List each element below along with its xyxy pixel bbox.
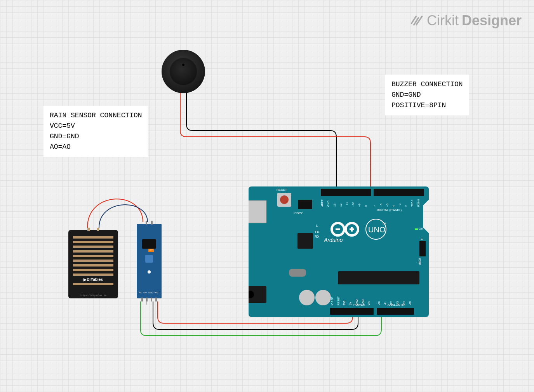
svg-point-12	[315, 290, 331, 305]
wire-buzzer-gnd	[186, 92, 336, 190]
rain-module-top-pins	[144, 221, 155, 225]
svg-rect-10	[377, 308, 414, 315]
note-rain-line-0: VCC=5V	[50, 122, 75, 130]
arduino-power-pin-labels: IOREF RESET 3V3 5V GND GND Vin	[331, 294, 374, 305]
rain-sensor-plate[interactable]: ▶DIYables https://diyables.io	[68, 230, 118, 298]
rain-module-chip-icon	[142, 239, 156, 249]
note-rain-line-2: AO=AO	[50, 143, 71, 151]
svg-point-11	[299, 290, 315, 305]
rain-module-bottom-pins	[140, 298, 158, 301]
svg-point-5	[280, 195, 289, 204]
arduino-icsp-label: ICSP	[418, 258, 421, 265]
rain-module-diy-label: DIY	[148, 249, 154, 252]
note-rain-sensor: RAIN SENSOR CONNECTION VCC=5V GND=GND AO…	[43, 106, 148, 157]
rain-pin-vcc: VCC	[155, 291, 160, 294]
arduino-name: Arduino	[324, 237, 343, 243]
note-rain-title: RAIN SENSOR CONNECTION	[50, 112, 142, 119]
svg-rect-15	[297, 233, 313, 249]
rain-plate-footer: https://diyables.io	[68, 294, 118, 297]
note-buzzer-title: BUZZER CONNECTION	[391, 80, 463, 88]
arduino-tx-label: TX	[315, 230, 319, 234]
arduino-digital-1: 1	[421, 237, 423, 240]
brand-part2: Designer	[462, 12, 522, 29]
svg-rect-9	[330, 308, 374, 315]
rain-module-potentiometer-icon	[145, 255, 153, 263]
rain-plate-label: ▶DIYables	[68, 276, 118, 283]
note-buzzer: BUZZER CONNECTION GND=GND POSITIVE=8PIN	[385, 75, 469, 115]
arduino-tm: TM	[382, 222, 386, 225]
svg-rect-23	[415, 228, 418, 230]
svg-rect-13	[338, 271, 419, 284]
note-rain-line-1: GND=GND	[50, 132, 79, 140]
svg-rect-0	[249, 200, 266, 223]
rain-pin-gnd: GND	[148, 291, 153, 294]
note-buzzer-line-1: POSITIVE=8PIN	[391, 101, 446, 109]
arduino-icsp2-label: ICSP2	[294, 211, 303, 215]
svg-rect-14	[289, 269, 306, 277]
arduino-on-label: ON	[419, 227, 423, 230]
wire-plate-module-1	[87, 199, 143, 228]
svg-rect-8	[374, 189, 424, 196]
arduino-reset-label: RESET	[277, 188, 287, 192]
arduino-uno-board[interactable]: RESET ICSP2 ICSP ON L TX RX UNO TM Ardui…	[249, 186, 429, 317]
svg-rect-16	[419, 241, 426, 256]
rain-plate-pads	[84, 228, 103, 231]
arduino-analog-pin-labels: A0 A1 A2 A3 A4 A5	[377, 297, 415, 305]
wire-buzzer-positive	[180, 92, 370, 190]
note-buzzer-line-0: GND=GND	[391, 91, 421, 99]
buzzer-component[interactable]	[162, 50, 205, 93]
svg-rect-6	[298, 200, 312, 209]
rain-module-led-icon	[148, 270, 151, 274]
rain-sensor-module[interactable]: DIY AO DO GND VCC	[137, 224, 162, 298]
svg-rect-7	[321, 189, 371, 196]
rain-pin-do: DO	[143, 291, 147, 294]
arduino-model: UNO	[368, 225, 385, 234]
arduino-top-pin-labels: AREF GND 13 12 ~11 ~10 ~9 8 7 ~6 ~5 4 ~3…	[321, 197, 424, 207]
arduino-digital-label: DIGITAL (PWM= )	[377, 208, 402, 212]
rain-module-pin-labels: AO DO GND VCC	[138, 291, 160, 294]
brand-part1: Cirkit	[427, 12, 459, 29]
arduino-rx-label: RX	[315, 235, 320, 239]
brand-logo: Cirkit Designer	[410, 12, 522, 29]
buzzer-hole-icon	[182, 64, 184, 66]
logo-icon	[410, 14, 424, 28]
arduino-l-label: L	[316, 224, 318, 228]
rain-pin-ao: AO	[139, 291, 143, 294]
